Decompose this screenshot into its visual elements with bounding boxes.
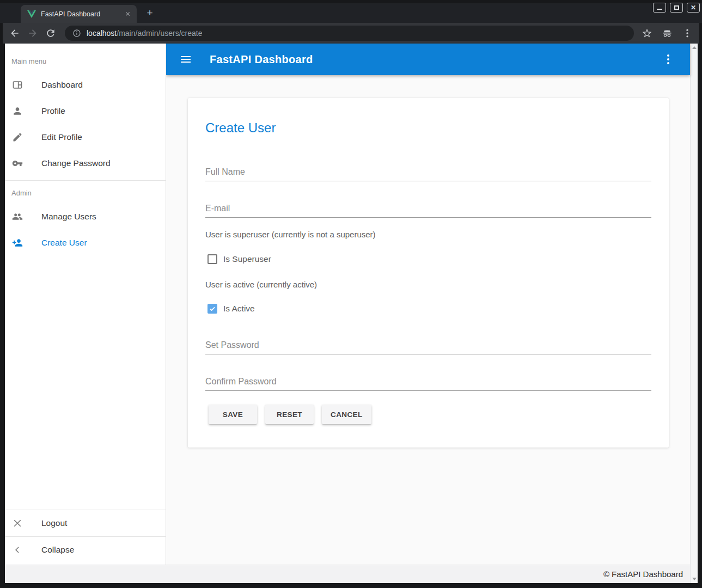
hamburger-menu-icon[interactable] bbox=[179, 53, 192, 66]
sidebar-item-change-password[interactable]: Change Password bbox=[5, 150, 166, 176]
sidebar-item-label: Create User bbox=[41, 238, 87, 248]
sidebar-item-label: Logout bbox=[41, 518, 67, 528]
check-icon bbox=[209, 305, 216, 313]
back-icon[interactable] bbox=[9, 28, 20, 39]
sidebar-item-create-user[interactable]: Create User bbox=[5, 230, 166, 256]
sidebar-caption-main-menu: Main menu bbox=[5, 44, 166, 72]
sidebar-item-logout[interactable]: Logout bbox=[5, 510, 166, 536]
form-actions: SAVE RESET CANCEL bbox=[209, 405, 651, 424]
email-input[interactable] bbox=[205, 200, 651, 218]
window-controls: ✕ bbox=[653, 3, 700, 13]
page-footer: © FastAPI Dashboard bbox=[5, 565, 690, 583]
bookmark-star-icon[interactable] bbox=[642, 28, 652, 39]
full-name-field-wrap bbox=[205, 163, 651, 181]
page-viewport: Main menu Dashboard Profile Edit Profile bbox=[5, 44, 698, 583]
vue-favicon-icon bbox=[27, 10, 36, 18]
confirm-password-input[interactable] bbox=[205, 373, 651, 391]
chevron-left-icon bbox=[12, 544, 23, 555]
forward-icon[interactable] bbox=[27, 28, 38, 39]
sidebar-item-manage-users[interactable]: Manage Users bbox=[5, 204, 166, 230]
email-field-wrap bbox=[205, 200, 651, 218]
set-password-input[interactable] bbox=[205, 336, 651, 354]
window-maximize-button[interactable] bbox=[670, 3, 683, 13]
page: Main menu Dashboard Profile Edit Profile bbox=[5, 44, 690, 583]
is-superuser-checkbox[interactable] bbox=[207, 254, 217, 264]
main-content: Create User User is superuser (currently… bbox=[166, 75, 690, 565]
incognito-icon bbox=[662, 28, 673, 39]
scroll-down-icon[interactable] bbox=[692, 578, 697, 580]
confirm-password-field-wrap bbox=[205, 373, 651, 391]
page-title: Create User bbox=[205, 120, 651, 136]
url-text: localhost/main/admin/users/create bbox=[87, 29, 202, 38]
person-icon bbox=[12, 106, 23, 117]
browser-menu-icon[interactable] bbox=[682, 28, 693, 39]
sidebar-caption-admin: Admin bbox=[5, 181, 166, 204]
sidebar-item-label: Edit Profile bbox=[41, 132, 82, 142]
sidebar-item-edit-profile[interactable]: Edit Profile bbox=[5, 124, 166, 150]
is-superuser-label: Is Superuser bbox=[223, 254, 271, 264]
reset-button[interactable]: RESET bbox=[265, 405, 314, 424]
appbar-title: FastAPI Dashboard bbox=[210, 53, 662, 66]
sidebar-item-profile[interactable]: Profile bbox=[5, 98, 166, 124]
sidebar-item-label: Collapse bbox=[41, 545, 74, 555]
sidebar-item-collapse[interactable]: Collapse bbox=[5, 537, 166, 563]
is-superuser-row: Is Superuser bbox=[207, 254, 651, 264]
copyright-text: © FastAPI Dashboard bbox=[603, 569, 683, 579]
appbar-menu-icon[interactable] bbox=[662, 53, 675, 66]
browser-titlebar: FastAPI Dashboard + ✕ bbox=[0, 0, 702, 23]
close-icon bbox=[12, 518, 23, 529]
person-add-icon bbox=[12, 237, 23, 248]
full-name-input[interactable] bbox=[205, 163, 651, 181]
cancel-button[interactable]: CANCEL bbox=[322, 405, 371, 424]
site-info-icon[interactable] bbox=[72, 29, 81, 38]
create-user-card: Create User User is superuser (currently… bbox=[188, 98, 669, 448]
is-active-checkbox[interactable] bbox=[207, 304, 217, 314]
new-tab-button[interactable]: + bbox=[143, 7, 156, 20]
browser-toolbar: localhost/main/admin/users/create bbox=[3, 23, 699, 44]
dashboard-icon bbox=[12, 79, 23, 90]
is-active-label: Is Active bbox=[223, 304, 255, 314]
key-icon bbox=[12, 158, 23, 169]
sidebar-item-dashboard[interactable]: Dashboard bbox=[5, 72, 166, 98]
reload-icon[interactable] bbox=[45, 28, 56, 39]
save-button[interactable]: SAVE bbox=[209, 405, 257, 424]
tab-title: FastAPI Dashboard bbox=[41, 10, 123, 18]
scrollbar[interactable] bbox=[690, 44, 698, 583]
sidebar-spacer bbox=[5, 256, 166, 510]
sidebar-bottom: Logout Collapse bbox=[5, 510, 166, 565]
pencil-icon bbox=[12, 132, 23, 143]
sidebar-item-label: Manage Users bbox=[41, 212, 96, 222]
sidebar-item-label: Change Password bbox=[41, 158, 111, 168]
browser-tab[interactable]: FastAPI Dashboard bbox=[21, 5, 137, 23]
url-host: localhost bbox=[87, 29, 117, 38]
sidebar: Main menu Dashboard Profile Edit Profile bbox=[5, 44, 166, 565]
tab-close-icon[interactable] bbox=[123, 9, 132, 19]
window-minimize-button[interactable] bbox=[653, 3, 666, 13]
active-note: User is active (currently active) bbox=[205, 280, 651, 289]
set-password-field-wrap bbox=[205, 336, 651, 354]
window-close-button[interactable]: ✕ bbox=[687, 3, 700, 13]
scroll-up-icon[interactable] bbox=[692, 46, 697, 49]
url-bar[interactable]: localhost/main/admin/users/create bbox=[65, 26, 634, 41]
appbar: FastAPI Dashboard bbox=[166, 44, 690, 75]
url-path: /main/admin/users/create bbox=[117, 29, 202, 38]
is-active-row: Is Active bbox=[207, 304, 651, 314]
sidebar-item-label: Profile bbox=[41, 106, 65, 116]
sidebar-item-label: Dashboard bbox=[41, 80, 83, 90]
people-icon bbox=[12, 211, 23, 222]
superuser-note: User is superuser (currently is not a su… bbox=[205, 230, 651, 239]
